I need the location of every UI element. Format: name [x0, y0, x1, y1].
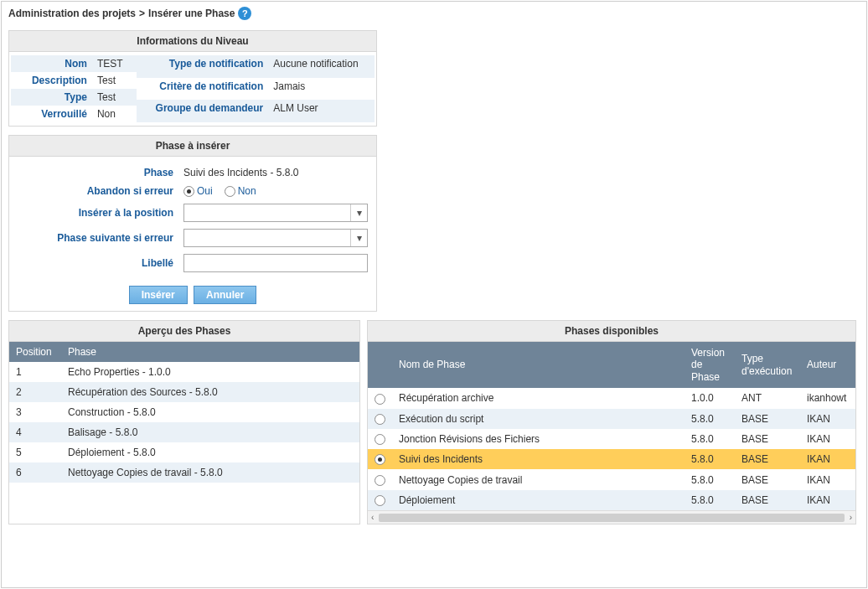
label-notif: Type de notification: [137, 55, 268, 78]
breadcrumb-page: Insérer une Phase: [148, 8, 235, 19]
cell-radio[interactable]: [368, 388, 392, 408]
insert-button[interactable]: Insérer: [129, 286, 188, 304]
col-exec: Type d'exécution: [735, 342, 800, 388]
available-scroll[interactable]: Nom de Phase Version de Phase Type d'exé…: [368, 342, 855, 510]
cell-phase: Construction - 5.8.0: [61, 402, 344, 422]
radio-icon: [375, 495, 385, 506]
table-row[interactable]: 2Récupération des Sources - 5.8.0: [9, 382, 359, 402]
cell-position: 3: [9, 402, 61, 422]
breadcrumb-root[interactable]: Administration des projets: [8, 8, 136, 19]
cell-empty: [344, 422, 359, 442]
label-position: Insérer à la position: [13, 200, 178, 225]
scroll-right-icon[interactable]: ›: [850, 513, 852, 522]
label-type: Type: [11, 89, 92, 106]
table-row[interactable]: 4Balisage - 5.8.0: [9, 422, 359, 442]
cell-phase: Balisage - 5.8.0: [61, 422, 344, 442]
label-lock: Verrouillé: [11, 106, 92, 122]
cell-phase-name: Récupération archive: [392, 388, 685, 408]
table-row[interactable]: Jonction Révisions des Fichiers5.8.0BASE…: [368, 429, 855, 449]
insert-phase-title: Phase à insérer: [9, 136, 376, 157]
available-panel: Phases disponibles Nom de Phase Version …: [367, 320, 856, 524]
cell-position: 1: [9, 362, 61, 382]
cell-empty: [344, 402, 359, 422]
cell-author: ikanhowt: [800, 388, 855, 408]
col-author: Auteur: [800, 342, 855, 388]
cell-position: 5: [9, 442, 61, 462]
breadcrumb: Administration des projets > Insérer une…: [8, 7, 860, 20]
col-empty: [344, 342, 359, 362]
cell-position: 4: [9, 422, 61, 442]
cell-exec: BASE: [735, 409, 800, 429]
cell-exec: BASE: [735, 490, 800, 510]
available-title: Phases disponibles: [368, 321, 855, 342]
help-icon[interactable]: ?: [238, 7, 251, 20]
cell-version: 1.0.0: [685, 388, 735, 408]
cell-position: 2: [9, 382, 61, 402]
table-row[interactable]: Exécution du script5.8.0BASEIKAN: [368, 409, 855, 429]
cell-author: IKAN: [800, 449, 855, 469]
cell-author: IKAN: [800, 429, 855, 449]
cell-phase-name: Jonction Révisions des Fichiers: [392, 429, 685, 449]
radio-icon: [183, 186, 194, 197]
cell-position: 6: [9, 462, 61, 483]
val-notif: Aucune notification: [268, 55, 375, 78]
cell-empty: [344, 362, 359, 382]
cell-exec: BASE: [735, 429, 800, 449]
col-radio: [368, 342, 392, 388]
cell-radio[interactable]: [368, 469, 392, 489]
position-select[interactable]: ▾: [183, 204, 368, 222]
radio-icon: [375, 434, 385, 445]
label-libelle: Libellé: [13, 251, 178, 276]
level-info-panel: Informations du Niveau Nom TEST Descript…: [8, 30, 377, 127]
available-table: Nom de Phase Version de Phase Type d'exé…: [368, 342, 855, 510]
table-row[interactable]: 5Déploiement - 5.8.0: [9, 442, 359, 462]
cell-phase: Déploiement - 5.8.0: [61, 442, 344, 462]
val-crit: Jamais: [268, 78, 375, 101]
cell-radio[interactable]: [368, 449, 392, 469]
cell-exec: ANT: [735, 388, 800, 408]
scroll-left-icon[interactable]: ‹: [371, 513, 374, 522]
cell-empty: [344, 442, 359, 462]
table-row[interactable]: Déploiement5.8.0BASEIKAN: [368, 490, 855, 510]
insert-phase-panel: Phase à insérer Phase Suivi des Incident…: [8, 135, 377, 312]
cell-author: IKAN: [800, 490, 855, 510]
insert-form: Phase Suivi des Incidents - 5.8.0 Abando…: [13, 163, 373, 276]
radio-icon: [375, 394, 385, 405]
table-row[interactable]: 1Echo Properties - 1.0.0: [9, 362, 359, 382]
cell-radio[interactable]: [368, 490, 392, 510]
scroll-track[interactable]: [379, 514, 844, 522]
page-root: Administration des projets > Insérer une…: [1, 1, 867, 588]
table-row[interactable]: Suivi des Incidents5.8.0BASEIKAN: [368, 449, 855, 469]
cell-phase-name: Suivi des Incidents: [392, 449, 685, 469]
radio-icon: [375, 454, 385, 465]
h-scrollbar[interactable]: ‹ ›: [368, 510, 855, 524]
val-lock: Non: [92, 106, 137, 122]
level-info-title: Informations du Niveau: [9, 31, 376, 52]
radio-icon: [225, 186, 235, 197]
cell-radio[interactable]: [368, 429, 392, 449]
cell-phase-name: Nettoyage Copies de travail: [392, 469, 685, 489]
cell-phase: Récupération des Sources - 5.8.0: [61, 382, 344, 402]
libelle-input[interactable]: [183, 254, 368, 272]
val-nom: TEST: [92, 55, 137, 72]
table-row[interactable]: 6Nettoyage Copies de travail - 5.8.0: [9, 462, 359, 483]
cancel-button[interactable]: Annuler: [194, 286, 256, 304]
table-row[interactable]: 3Construction - 5.8.0: [9, 402, 359, 422]
abort-yes-label: Oui: [197, 185, 213, 197]
label-phase: Phase: [13, 163, 178, 182]
cell-version: 5.8.0: [685, 449, 735, 469]
cell-phase-name: Exécution du script: [392, 409, 685, 429]
next-phase-select[interactable]: ▾: [183, 229, 368, 247]
cell-radio[interactable]: [368, 409, 392, 429]
overview-title: Aperçu des Phases: [9, 321, 359, 342]
level-info-grid: Nom TEST Description Test Type Test Verr…: [9, 52, 376, 126]
form-buttons: Insérer Annuler: [9, 281, 376, 311]
abort-no-radio[interactable]: Non: [225, 185, 256, 197]
table-row[interactable]: Récupération archive1.0.0ANTikanhowt: [368, 388, 855, 408]
abort-yes-radio[interactable]: Oui: [183, 185, 213, 197]
bottom-row: Aperçu des Phases Position Phase 1Echo P…: [8, 320, 860, 533]
table-row[interactable]: Nettoyage Copies de travail5.8.0BASEIKAN: [368, 469, 855, 489]
cell-phase: Nettoyage Copies de travail - 5.8.0: [61, 462, 344, 483]
col-phase: Phase: [61, 342, 344, 362]
col-position: Position: [9, 342, 61, 362]
